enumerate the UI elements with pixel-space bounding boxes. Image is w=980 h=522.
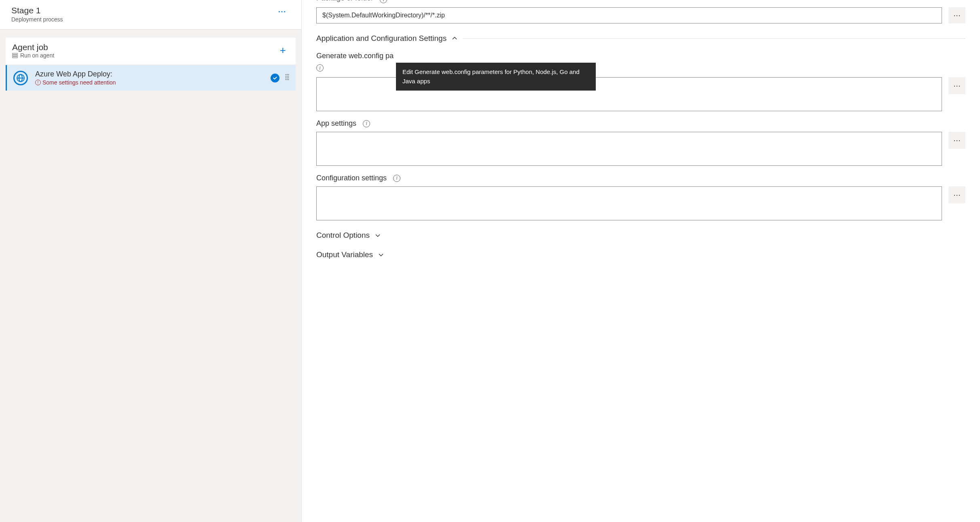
webconfig-edit-button[interactable]: ⋯ bbox=[948, 77, 965, 94]
package-input[interactable] bbox=[316, 7, 942, 23]
drag-handle-icon[interactable] bbox=[285, 73, 289, 82]
app-settings-edit-button[interactable]: ⋯ bbox=[948, 132, 965, 149]
config-settings-input[interactable] bbox=[316, 186, 942, 220]
add-task-button[interactable]: + bbox=[277, 42, 289, 58]
task-body: Azure Web App Deploy: ! Some settings ne… bbox=[35, 70, 271, 86]
config-settings-label: Configuration settings bbox=[316, 174, 387, 182]
stage-subtitle: Deployment process bbox=[11, 16, 63, 23]
svg-point-8 bbox=[288, 74, 289, 75]
svg-point-14 bbox=[288, 78, 289, 78]
svg-point-7 bbox=[287, 74, 288, 75]
agent-job-subtitle: Run on agent bbox=[12, 52, 54, 59]
section-control-options[interactable]: Control Options bbox=[316, 231, 965, 240]
info-icon[interactable]: i bbox=[380, 0, 387, 3]
info-icon[interactable]: i bbox=[316, 64, 324, 72]
task-warning: ! Some settings need attention bbox=[35, 79, 271, 86]
tooltip: Edit Generate web.config parameters for … bbox=[396, 63, 596, 91]
svg-rect-1 bbox=[13, 55, 17, 56]
svg-point-6 bbox=[286, 74, 286, 75]
azure-webapp-icon bbox=[13, 71, 28, 85]
section-output-variables[interactable]: Output Variables bbox=[316, 250, 965, 259]
svg-rect-2 bbox=[13, 57, 17, 58]
info-icon[interactable]: i bbox=[393, 175, 400, 182]
chevron-down-icon bbox=[378, 251, 384, 258]
stage-title: Stage 1 bbox=[11, 6, 63, 15]
task-item-azure-deploy[interactable]: Azure Web App Deploy: ! Some settings ne… bbox=[6, 65, 296, 91]
agent-job-card[interactable]: Agent job Run on agent + bbox=[6, 38, 296, 64]
task-title: Azure Web App Deploy: bbox=[35, 70, 271, 78]
svg-point-12 bbox=[286, 78, 286, 78]
webconfig-label: Generate web.config pa bbox=[316, 52, 394, 60]
svg-point-9 bbox=[286, 76, 286, 76]
svg-point-10 bbox=[287, 76, 288, 76]
section-app-config[interactable]: Application and Configuration Settings bbox=[316, 34, 965, 43]
package-browse-button[interactable]: ⋯ bbox=[948, 7, 965, 23]
svg-point-11 bbox=[288, 76, 289, 76]
svg-point-16 bbox=[287, 79, 288, 80]
svg-point-15 bbox=[286, 79, 286, 80]
info-icon[interactable]: i bbox=[363, 120, 370, 127]
agent-icon bbox=[12, 53, 18, 58]
svg-point-13 bbox=[287, 78, 288, 78]
package-label: Package or folder bbox=[316, 0, 373, 2]
app-settings-input[interactable] bbox=[316, 132, 942, 166]
chevron-up-icon bbox=[451, 35, 458, 42]
agent-job-title: Agent job bbox=[12, 42, 54, 52]
svg-rect-0 bbox=[13, 53, 17, 55]
stage-more-button[interactable]: ⋯ bbox=[275, 6, 290, 17]
stage-header: Stage 1 Deployment process ⋯ bbox=[0, 0, 301, 30]
chevron-down-icon bbox=[375, 232, 381, 239]
config-settings-edit-button[interactable]: ⋯ bbox=[948, 186, 965, 203]
task-status-badge bbox=[271, 74, 279, 82]
app-settings-label: App settings bbox=[316, 119, 356, 128]
left-panel: Stage 1 Deployment process ⋯ Agent job R… bbox=[0, 0, 302, 522]
warning-icon: ! bbox=[35, 80, 41, 85]
svg-point-17 bbox=[288, 79, 289, 80]
